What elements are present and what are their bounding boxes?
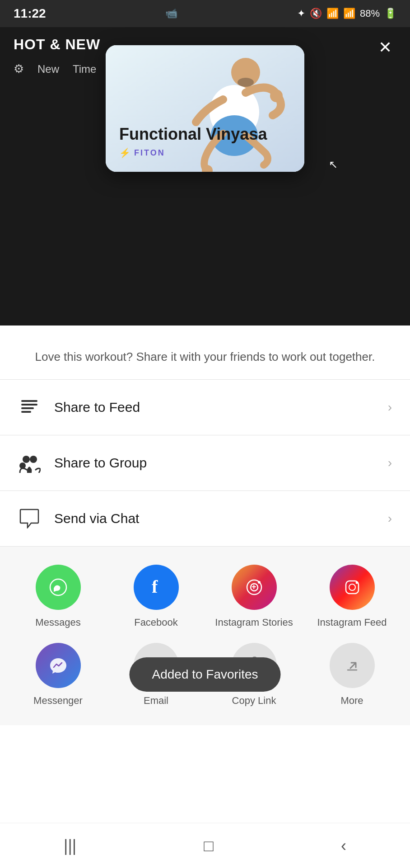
svg-rect-11 (21, 411, 31, 413)
group-chevron: › (388, 456, 392, 470)
chat-icon (18, 507, 41, 530)
svg-rect-8 (21, 400, 37, 402)
signal-icon: 📶 (343, 8, 355, 19)
social-messenger[interactable]: Messenger (14, 643, 102, 708)
bottom-sheet: Love this workout? Share it with your fr… (0, 326, 410, 868)
social-instagram-stories[interactable]: + Instagram Stories (210, 565, 298, 629)
bluetooth-icon: ✦ (297, 8, 305, 19)
svg-point-12 (23, 456, 30, 463)
share-to-group-option[interactable]: Share to Group › (0, 435, 410, 491)
battery-label: 88% (360, 8, 380, 19)
feed-icon (18, 396, 41, 419)
toast-text: Added to Favorites (152, 667, 258, 681)
camera-icon: 📹 (165, 8, 177, 19)
send-via-chat-option[interactable]: Send via Chat › (0, 491, 410, 546)
facebook-label: Facebook (134, 616, 178, 629)
cursor: ↖ (329, 158, 338, 171)
status-time: 11:22 (14, 6, 46, 21)
toast-notification: Added to Favorites (129, 657, 280, 692)
card-image: Functional Vinyasa ⚡ FITON (106, 45, 304, 172)
nav-back-button[interactable]: ‹ (341, 836, 346, 855)
chat-chevron: › (388, 511, 392, 526)
group-icon (18, 452, 41, 474)
feed-chevron: › (388, 400, 392, 415)
svg-rect-10 (21, 407, 34, 409)
share-subtitle: Love this workout? Share it with your fr… (0, 326, 410, 379)
social-messages[interactable]: Messages (14, 565, 102, 629)
more-circle (330, 643, 375, 688)
filter-time[interactable]: Time (73, 63, 96, 75)
messages-label: Messages (35, 616, 80, 629)
feed-label: Share to Feed (54, 400, 140, 415)
option-left-feed: Share to Feed (18, 396, 140, 419)
battery-icon: 🔋 (384, 8, 396, 19)
status-bar: 11:22 📹 ✦ 🔇 📶 📶 88% 🔋 (0, 0, 410, 27)
more-label: More (340, 694, 363, 708)
svg-text:f: f (152, 576, 158, 597)
messages-circle (36, 565, 81, 610)
fiton-icon: ⚡ (119, 147, 130, 158)
option-left-chat: Send via Chat (18, 507, 139, 530)
svg-point-13 (30, 456, 37, 463)
card-title: Functional Vinyasa (119, 124, 267, 144)
instagram-stories-label: Instagram Stories (215, 616, 293, 629)
brand-label: FITON (134, 148, 165, 158)
svg-text:+: + (252, 582, 256, 591)
status-icons: 📹 (165, 8, 177, 19)
social-grid: Messages f Facebook + Instagram Stories (0, 547, 410, 725)
status-right: ✦ 🔇 📶 📶 88% 🔋 (297, 8, 396, 19)
card-brand: ⚡ FITON (119, 147, 267, 158)
svg-point-22 (349, 584, 355, 590)
facebook-circle: f (134, 565, 179, 610)
instagram-feed-label: Instagram Feed (317, 616, 387, 629)
social-facebook[interactable]: f Facebook (112, 565, 200, 629)
card-text-overlay: Functional Vinyasa ⚡ FITON (119, 124, 267, 158)
svg-rect-9 (21, 404, 37, 406)
wifi-icon: 📶 (326, 8, 339, 19)
nav-bar: ||| □ ‹ (0, 823, 410, 868)
group-label: Share to Group (54, 455, 147, 471)
filter-new[interactable]: New (37, 63, 59, 75)
social-instagram-feed[interactable]: Instagram Feed (308, 565, 396, 629)
instagram-stories-circle: + (232, 565, 277, 610)
mute-icon: 🔇 (310, 8, 322, 19)
chat-label: Send via Chat (54, 511, 139, 526)
svg-point-23 (355, 582, 358, 584)
nav-menu-button[interactable]: ||| (64, 836, 76, 855)
close-button[interactable]: ✕ (374, 36, 396, 59)
close-icon: ✕ (378, 38, 392, 57)
svg-point-7 (238, 78, 254, 87)
nav-home-button[interactable]: □ (204, 836, 214, 855)
instagram-feed-circle (330, 565, 375, 610)
filter-icon[interactable]: ⚙ (14, 62, 24, 76)
messenger-circle (36, 643, 81, 688)
share-to-feed-option[interactable]: Share to Feed › (0, 380, 410, 435)
copy-link-label: Copy Link (232, 694, 276, 708)
social-more[interactable]: More (308, 643, 396, 708)
option-left-group: Share to Group (18, 452, 147, 474)
email-label: Email (144, 694, 168, 708)
svg-point-6 (270, 90, 283, 102)
svg-point-20 (258, 581, 261, 584)
workout-card: Functional Vinyasa ⚡ FITON (106, 45, 304, 172)
messenger-label: Messenger (33, 694, 83, 708)
